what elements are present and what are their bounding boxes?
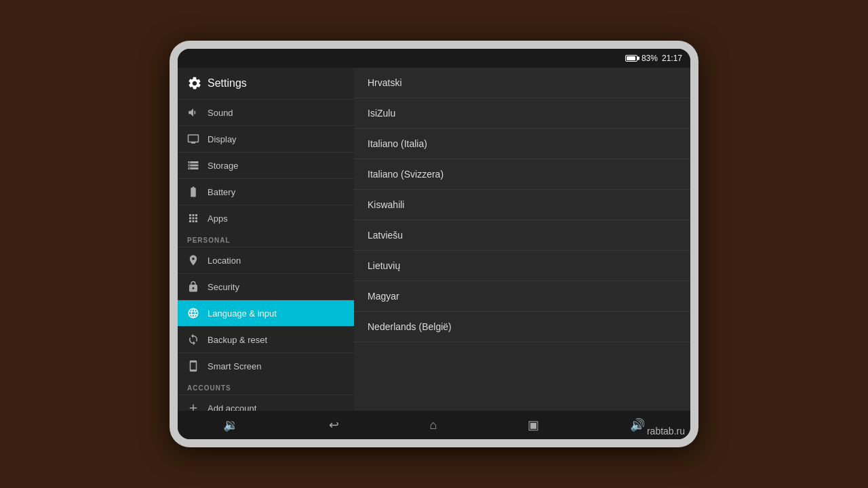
language-icon [187,307,199,319]
language-item-label: Kiswahili [368,199,404,210]
back-nav-icon[interactable]: ↩ [325,413,343,436]
recents-nav-icon[interactable]: ▣ [524,413,543,436]
sidebar-item-backup[interactable]: Backup & reset [178,326,354,352]
sidebar-item-smartscreen[interactable]: Smart Screen [178,352,354,379]
battery-label: Battery [208,187,235,197]
backup-label: Backup & reset [208,335,267,345]
language-item-label: Nederlands (België) [368,321,452,332]
sidebar-item-apps[interactable]: Apps [178,205,354,231]
list-item[interactable]: Hrvatski [354,68,690,98]
storage-label: Storage [208,161,239,171]
security-icon [187,281,199,293]
language-label: Language & input [208,308,277,319]
language-item-label: Italiano (Italia) [368,138,427,149]
nav-bar: 🔉 ↩ ⌂ ▣ 🔊 [178,411,690,439]
list-item[interactable]: Italiano (Italia) [354,129,690,159]
location-icon [187,254,199,266]
language-item-label: IsiZulu [368,108,395,119]
backup-icon [187,333,199,346]
sidebar-item-language[interactable]: Language & input [178,300,354,326]
battery-percent: 83% [642,54,658,63]
apps-icon [187,212,199,224]
battery-sidebar-icon [187,186,199,198]
home-nav-icon[interactable]: ⌂ [426,414,441,436]
clock: 21:17 [662,54,682,63]
language-item-label: Italiano (Svizzera) [368,169,443,180]
status-bar-right: 83% 21:17 [625,54,682,63]
display-icon [187,133,199,145]
main-content: Settings Sound Display Storage [178,68,690,411]
add-icon [187,402,199,411]
volume-down-nav-icon[interactable]: 🔉 [219,413,242,436]
addaccount-label: Add account [208,403,256,411]
language-content-area: Hrvatski IsiZulu Italiano (Italia) Itali… [354,68,690,411]
smartscreen-label: Smart Screen [208,361,261,371]
smartscreen-icon [187,360,199,372]
list-item[interactable]: Magyar [354,281,690,312]
tablet-screen: 83% 21:17 Settings Sound [178,49,690,439]
sidebar-item-addaccount[interactable]: Add account [178,394,354,411]
list-item[interactable]: Lietuvių [354,251,690,281]
sidebar-item-storage[interactable]: Storage [178,152,354,178]
volume-up-nav-icon[interactable]: 🔊 [626,413,649,436]
list-item[interactable]: Nederlands (België) [354,312,690,342]
language-item-label: Magyar [368,291,399,302]
battery-icon [625,55,637,62]
sidebar-item-location[interactable]: Location [178,247,354,273]
gear-icon [187,76,202,91]
settings-header: Settings [178,68,354,99]
settings-title: Settings [208,77,247,89]
personal-section-label: PERSONAL [178,231,354,247]
sidebar-item-display[interactable]: Display [178,125,354,152]
display-label: Display [208,134,237,144]
sidebar: Settings Sound Display Storage [178,68,354,411]
list-item[interactable]: IsiZulu [354,98,690,129]
sidebar-item-sound[interactable]: Sound [178,99,354,125]
language-item-label: Lietuvių [368,260,400,271]
location-label: Location [208,256,241,266]
storage-icon [187,159,199,171]
language-item-label: Latviešu [368,230,403,241]
sound-label: Sound [208,108,233,118]
language-item-label: Hrvatski [368,77,402,88]
apps-label: Apps [208,214,228,224]
accounts-section-label: ACCOUNTS [178,379,354,394]
list-item[interactable]: Italiano (Svizzera) [354,159,690,190]
list-item[interactable]: Latviešu [354,220,690,251]
sound-icon [187,106,199,119]
status-bar: 83% 21:17 [178,49,690,68]
sidebar-item-security[interactable]: Security [178,273,354,300]
sidebar-item-battery[interactable]: Battery [178,178,354,205]
list-item[interactable]: Kiswahili [354,190,690,220]
security-label: Security [208,282,239,292]
tablet-frame: 83% 21:17 Settings Sound [170,41,698,447]
